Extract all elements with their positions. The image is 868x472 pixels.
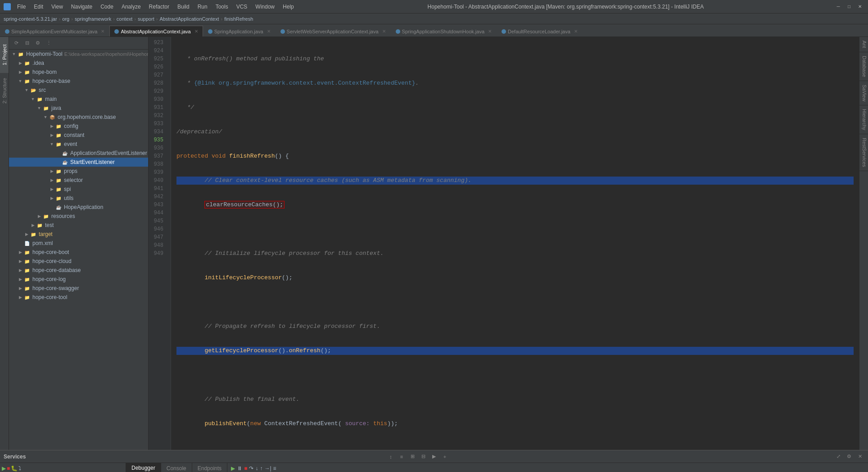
menu-analyze[interactable]: Analyze (118, 3, 145, 11)
expand-all-button[interactable]: ↕ (386, 452, 395, 461)
menu-edit[interactable]: Edit (30, 3, 47, 11)
resume-button[interactable]: ▶ (231, 465, 235, 472)
tree-item-test[interactable]: ▶ 📁 test (9, 221, 148, 230)
tab-close-icon[interactable]: ✕ (574, 29, 578, 34)
breadcrumb-class[interactable]: AbstractApplicationContext (159, 16, 219, 22)
step-into-button[interactable]: ↓ (255, 465, 258, 472)
tab-close-icon[interactable]: ✕ (267, 29, 271, 34)
svc-step-button[interactable]: ⤵ (18, 465, 21, 472)
restservices-tab[interactable]: RestServices (859, 134, 868, 171)
tree-item-resources[interactable]: ▶ 📁 resources (9, 212, 148, 221)
tree-item-hope-core-log[interactable]: ▶ 📁 hope-core-log (9, 275, 148, 284)
pause-button[interactable]: ⏸ (237, 465, 242, 472)
step-out-button[interactable]: ↑ (260, 465, 262, 472)
tree-item-utils[interactable]: ▶ 📁 utils (9, 194, 148, 203)
breadcrumb-jar[interactable]: spring-context-5.3.21.jar (4, 16, 57, 22)
settings-panel-button[interactable]: ⚙ (845, 452, 854, 461)
collapse-all-button[interactable]: ≡ (397, 452, 406, 461)
tree-item-main[interactable]: ▼ 📁 main (9, 95, 148, 104)
tab-close-icon[interactable]: ✕ (101, 29, 104, 34)
breadcrumb-context[interactable]: context (117, 16, 132, 22)
tab-abstract-app-context[interactable]: AbstractApplicationContext.java ✕ (109, 26, 203, 36)
add-button[interactable]: + (440, 452, 449, 461)
breadcrumb-org[interactable]: org (62, 16, 69, 22)
tree-item-hope-core-base[interactable]: ▼ 📁 hope-core-base (9, 77, 148, 86)
code-content[interactable]: * onRefresh() method and publishing the … (171, 37, 859, 450)
tab-servlet-web-server[interactable]: ServletWebServerApplicationContext.java … (276, 26, 391, 36)
breadcrumb-springframework[interactable]: springframework (75, 16, 111, 22)
menu-window[interactable]: Window (252, 3, 278, 11)
menu-help[interactable]: Help (279, 3, 298, 11)
collapse-button[interactable]: ⊟ (23, 39, 32, 48)
tree-item-java[interactable]: ▼ 📁 java (9, 104, 148, 113)
svc-debug-button[interactable]: 🐛 (11, 465, 18, 472)
evaluate-button[interactable]: ≡ (273, 465, 276, 472)
tree-item-hope-core-tool[interactable]: ▶ 📁 hope-core-tool (9, 293, 148, 302)
tree-item-hope-core-swagger[interactable]: ▶ 📁 hope-core-swagger (9, 284, 148, 293)
breadcrumb-support[interactable]: support (138, 16, 154, 22)
vtab-structure[interactable]: 2: Structure (0, 73, 9, 109)
tree-item-src[interactable]: ▼ 📂 src (9, 86, 148, 95)
tree-item-pom[interactable]: 📄 pom.xml (9, 239, 148, 248)
tab-simple-event-multicaster[interactable]: SimpleApplicationEventMulticaster.java ✕ (0, 26, 109, 36)
filter-button[interactable]: ⊟ (419, 452, 428, 461)
tree-item-hope-bom[interactable]: ▶ 📁 hope-bom (9, 68, 148, 77)
tree-item-hope-core-cloud[interactable]: ▶ 📁 hope-core-cloud (9, 257, 148, 266)
breadcrumb-method[interactable]: finishRefresh (224, 16, 253, 22)
tree-item-target[interactable]: ▶ 📁 target (9, 230, 148, 239)
debugger-tab-console[interactable]: Console (161, 463, 192, 472)
settings-button[interactable]: ⚙ (33, 39, 42, 48)
menu-file[interactable]: File (14, 3, 29, 11)
menu-navigate[interactable]: Navigate (68, 3, 96, 11)
menu-run[interactable]: Run (194, 3, 211, 11)
tree-item-hope-core-boot[interactable]: ▶ 📁 hope-core-boot (9, 248, 148, 257)
minimize-button[interactable]: ─ (834, 2, 843, 11)
menu-code[interactable]: Code (97, 3, 117, 11)
sync-button[interactable]: ⟳ (12, 39, 21, 48)
maximize-button[interactable]: □ (845, 2, 854, 11)
tree-item-idea[interactable]: ▶ 📁 .idea (9, 59, 148, 68)
tree-item-spi[interactable]: ▶ 📁 spi (9, 185, 148, 194)
tab-close-icon[interactable]: ✕ (382, 29, 386, 34)
group-button[interactable]: ⊞ (408, 452, 417, 461)
tree-item-constant[interactable]: ▶ 📁 constant (9, 131, 148, 140)
debugger-tab-endpoints[interactable]: Endpoints (192, 463, 227, 472)
tree-item-start-event-listener[interactable]: ☕ StartEventListener (9, 158, 148, 167)
tree-item-config[interactable]: ▶ 📁 config (9, 122, 148, 131)
run-button[interactable]: ▶ (429, 452, 439, 461)
database-tab[interactable]: Database (859, 52, 868, 81)
tree-item-props[interactable]: ▶ 📁 props (9, 167, 148, 176)
tab-spring-application[interactable]: SpringApplication.java ✕ (203, 26, 276, 36)
tree-item-app-started-listener[interactable]: ☕ ApplicationStartedEventListener (9, 149, 148, 158)
menu-refactor[interactable]: Refactor (145, 3, 173, 11)
tree-item-event[interactable]: ▼ 📁 event (9, 140, 148, 149)
tab-close-icon[interactable]: ✕ (194, 29, 198, 34)
tab-close-icon[interactable]: ✕ (488, 29, 492, 34)
svc-play-button[interactable]: ▶ (2, 465, 6, 472)
menu-view[interactable]: View (48, 3, 67, 11)
more-button[interactable]: ⋮ (44, 39, 53, 48)
maximize-panel-button[interactable]: ⤢ (834, 452, 843, 461)
debugger-tab-frames[interactable]: Debugger (126, 463, 161, 472)
menu-vcs[interactable]: VCS (233, 3, 251, 11)
tab-shutdown-hook[interactable]: SpringApplicationShutdownHook.java ✕ (391, 26, 497, 36)
svc-stop-button[interactable]: ■ (7, 465, 10, 472)
menu-tools[interactable]: Tools (212, 3, 232, 11)
tree-item-selector[interactable]: ▶ 📁 selector (9, 176, 148, 185)
tree-item-hope-core-database[interactable]: ▶ 📁 hope-core-database (9, 266, 148, 275)
tree-item-hope-application[interactable]: ☕ HopeApplication (9, 203, 148, 212)
code-editor[interactable]: 923 924 925 926 927 928 929 930 931 932 … (149, 37, 859, 450)
menu-build[interactable]: Build (174, 3, 193, 11)
hierarchy-tab[interactable]: Hierarchy (859, 105, 868, 134)
vtab-project[interactable]: 1: Project (0, 37, 9, 73)
ant-tab[interactable]: Ant (859, 37, 868, 52)
close-panel-button[interactable]: ✕ (855, 452, 864, 461)
tab-default-resource-loader[interactable]: DefaultResourceLoader.java ✕ (497, 26, 583, 36)
tree-item-root[interactable]: ▼ 📁 Hopehomi-Tool E:\idea-workspace\hope… (9, 50, 148, 59)
tree-item-package[interactable]: ▼ 📦 org.hopehomi.core.base (9, 113, 148, 122)
saview-tab[interactable]: Sa­View (859, 81, 868, 105)
run-to-cursor-button[interactable]: →| (264, 465, 271, 472)
step-over-button[interactable]: ↷ (249, 465, 253, 472)
close-button[interactable]: ✕ (855, 2, 864, 11)
stop-dbg-button[interactable]: ■ (244, 465, 247, 472)
